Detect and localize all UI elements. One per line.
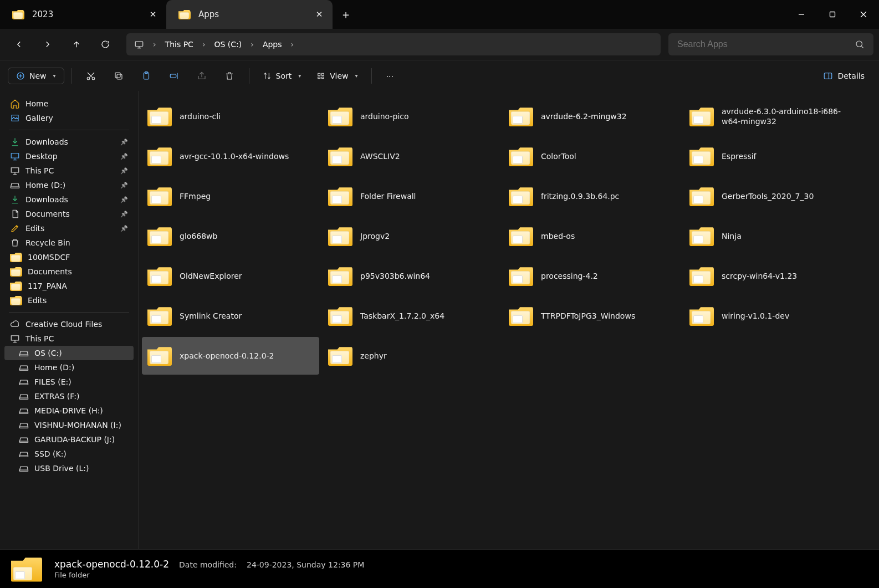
copy-button[interactable] <box>106 68 131 84</box>
drive-icon <box>19 420 29 430</box>
item-label: xpack-openocd-0.12.0-2 <box>180 351 314 361</box>
folder-item[interactable]: mbed-os <box>503 217 681 255</box>
sidebar-item-documents[interactable]: Documents📌 <box>4 207 134 221</box>
drive-icon <box>10 180 20 190</box>
folder-item[interactable]: TaskbarX_1.7.2.0_x64 <box>323 297 500 335</box>
sidebar-item-label: Downloads <box>25 195 115 204</box>
folder-item[interactable]: AWSCLIV2 <box>323 137 500 175</box>
sidebar-item-100msdcf[interactable]: 100MSDCF <box>4 250 134 264</box>
rename-button[interactable] <box>161 68 187 84</box>
view-button[interactable]: View ▾ <box>310 68 364 84</box>
up-button[interactable] <box>63 33 90 55</box>
new-button[interactable]: New ▾ <box>8 68 64 84</box>
sidebar-item-label: Home (D:) <box>34 363 128 372</box>
sidebar-item-downloads[interactable]: Downloads📌 <box>4 135 134 149</box>
sidebar-item-117_pana[interactable]: 117_PANA <box>4 279 134 293</box>
cut-button[interactable] <box>78 68 104 84</box>
more-button[interactable]: ⋯ <box>379 68 402 84</box>
view-label: View <box>330 71 348 80</box>
sidebar-item-home-d-[interactable]: Home (D:)📌 <box>4 178 134 192</box>
folder-item[interactable]: processing-4.2 <box>503 257 681 295</box>
search-input[interactable] <box>677 39 855 49</box>
share-button[interactable] <box>189 68 214 84</box>
sidebar-item-media-drive-h-[interactable]: MEDIA-DRIVE (H:) <box>4 403 134 418</box>
tab-2023[interactable]: 2023 ✕ <box>0 0 166 29</box>
folder-icon <box>147 226 172 246</box>
breadcrumb-apps[interactable]: Apps <box>257 37 288 52</box>
folder-item[interactable]: arduino-pico <box>323 98 500 135</box>
sidebar-item-creative-cloud-files[interactable]: Creative Cloud Files <box>4 317 134 331</box>
sidebar-item-vishnu-mohanan-i-[interactable]: VISHNU-MOHANAN (I:) <box>4 418 134 432</box>
sidebar-item-label: 117_PANA <box>28 282 128 290</box>
sidebar-item-usb-drive-l-[interactable]: USB Drive (L:) <box>4 461 134 475</box>
back-button[interactable] <box>6 33 32 55</box>
folder-item[interactable]: Folder Firewall <box>323 177 500 215</box>
folder-item[interactable]: xpack-openocd-0.12.0-2 <box>142 337 319 375</box>
folder-item[interactable]: ColorTool <box>503 137 681 175</box>
sidebar-item-home-d-[interactable]: Home (D:) <box>4 360 134 375</box>
close-icon[interactable]: ✕ <box>145 7 161 22</box>
folder-item[interactable]: GerberTools_2020_7_30 <box>684 177 861 215</box>
folder-item[interactable]: arduino-cli <box>142 98 319 135</box>
sidebar-item-edits[interactable]: Edits📌 <box>4 221 134 236</box>
chevron-right-icon[interactable]: › <box>199 37 209 52</box>
sidebar-item-this-pc[interactable]: This PC <box>4 331 134 346</box>
sidebar-item-extras-f-[interactable]: EXTRAS (F:) <box>4 389 134 403</box>
chevron-right-icon[interactable]: › <box>288 37 298 52</box>
chevron-right-icon[interactable]: › <box>247 37 257 52</box>
sort-button[interactable]: Sort ▾ <box>256 68 308 84</box>
sidebar-item-documents[interactable]: Documents <box>4 264 134 279</box>
sidebar-item-garuda-backup-j-[interactable]: GARUDA-BACKUP (J:) <box>4 432 134 447</box>
sidebar-item-recycle-bin[interactable]: Recycle Bin <box>4 236 134 250</box>
sidebar-item-gallery[interactable]: Gallery <box>4 111 134 125</box>
sidebar-item-label: 100MSDCF <box>28 253 128 262</box>
folder-item[interactable]: scrcpy-win64-v1.23 <box>684 257 861 295</box>
sidebar-item-files-e-[interactable]: FILES (E:) <box>4 375 134 389</box>
folder-item[interactable]: avrdude-6.2-mingw32 <box>503 98 681 135</box>
address-bar[interactable]: › This PC › OS (C:) › Apps › <box>126 33 661 55</box>
new-tab-button[interactable]: ＋ <box>333 0 359 29</box>
folder-item[interactable]: Ninja <box>684 217 861 255</box>
folder-item[interactable]: FFmpeg <box>142 177 319 215</box>
folder-item[interactable]: avrdude-6.3.0-arduino18-i686-w64-mingw32 <box>684 98 861 135</box>
folder-icon <box>11 556 42 582</box>
sidebar-item-ssd-k-[interactable]: SSD (K:) <box>4 447 134 461</box>
folder-item[interactable]: zephyr <box>323 337 500 375</box>
gallery-icon <box>10 113 20 123</box>
folder-item[interactable]: glo668wb <box>142 217 319 255</box>
desktop-icon <box>10 151 20 161</box>
breadcrumb-this-pc[interactable]: This PC <box>160 37 199 52</box>
breadcrumb-os-c[interactable]: OS (C:) <box>209 37 248 52</box>
delete-button[interactable] <box>217 68 242 84</box>
sidebar-item-downloads[interactable]: Downloads📌 <box>4 192 134 207</box>
item-label: processing-4.2 <box>541 271 675 281</box>
folder-item[interactable]: Espressif <box>684 137 861 175</box>
sidebar-item-desktop[interactable]: Desktop📌 <box>4 149 134 163</box>
chevron-right-icon[interactable]: › <box>150 37 160 52</box>
refresh-button[interactable] <box>92 33 119 55</box>
breadcrumb-root[interactable] <box>129 36 150 53</box>
details-pane-button[interactable]: Details <box>816 68 871 84</box>
forward-button[interactable] <box>34 33 61 55</box>
paste-button[interactable] <box>134 68 159 84</box>
folder-item[interactable]: wiring-v1.0.1-dev <box>684 297 861 335</box>
item-label: zephyr <box>360 351 494 361</box>
sidebar-item-home[interactable]: Home <box>4 96 134 111</box>
sidebar-item-edits[interactable]: Edits <box>4 293 134 308</box>
folder-item[interactable]: fritzing.0.9.3b.64.pc <box>503 177 681 215</box>
close-icon[interactable]: ✕ <box>311 7 327 22</box>
tab-apps[interactable]: Apps ✕ <box>166 0 333 29</box>
folder-item[interactable]: p95v303b6.win64 <box>323 257 500 295</box>
folder-item[interactable]: OldNewExplorer <box>142 257 319 295</box>
close-window-button[interactable] <box>848 0 879 29</box>
folder-item[interactable]: Symlink Creator <box>142 297 319 335</box>
sidebar-item-this-pc[interactable]: This PC📌 <box>4 163 134 178</box>
sidebar-item-os-c-[interactable]: OS (C:) <box>4 346 134 360</box>
maximize-button[interactable] <box>817 0 848 29</box>
sidebar-item-label: OS (C:) <box>34 349 128 357</box>
folder-item[interactable]: TTRPDFToJPG3_Windows <box>503 297 681 335</box>
folder-item[interactable]: Jprogv2 <box>323 217 500 255</box>
minimize-button[interactable] <box>786 0 817 29</box>
folder-item[interactable]: avr-gcc-10.1.0-x64-windows <box>142 137 319 175</box>
search-box[interactable] <box>668 33 873 55</box>
